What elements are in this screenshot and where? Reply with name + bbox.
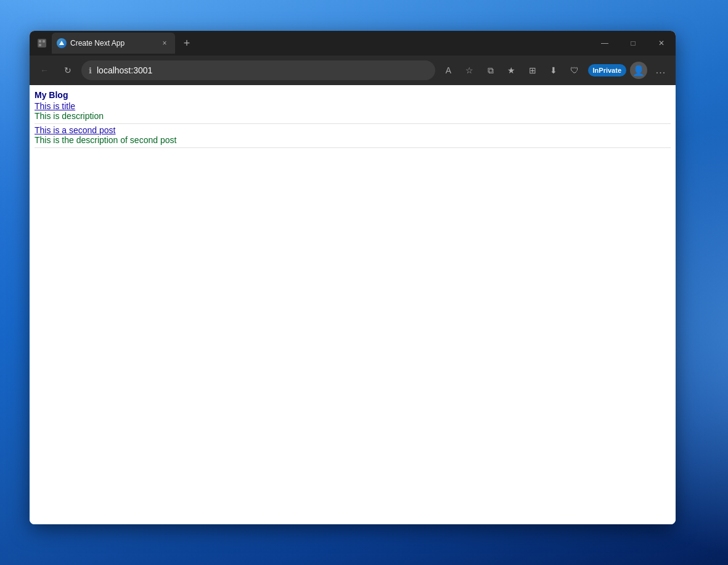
tab-favicon-icon [57, 38, 67, 48]
inprivate-badge[interactable]: InPrivate [588, 64, 626, 76]
downloads-icon[interactable]: ⬇ [544, 60, 563, 80]
address-bar: ← ↻ ℹ localhost:3001 A ☆ ⧉ ★ ⊞ ⬇ 🛡 InPri… [30, 56, 676, 85]
profile-avatar[interactable]: 👤 [630, 62, 647, 79]
toolbar-icons: A ☆ ⧉ ★ ⊞ ⬇ 🛡 [439, 60, 584, 80]
window-controls: — □ ✕ [591, 31, 676, 56]
close-button[interactable]: ✕ [647, 31, 676, 56]
favorites-icon[interactable]: ☆ [460, 60, 480, 80]
collections-icon[interactable]: ★ [502, 60, 521, 80]
post-item-2: This is a second post This is the descri… [35, 125, 671, 148]
new-tab-button[interactable]: + [178, 34, 196, 52]
browser-window: Create Next App × + — □ ✕ ← ↻ ℹ localhos… [30, 31, 676, 524]
title-bar: Create Next App × + — □ ✕ [30, 31, 676, 56]
post-title-1[interactable]: This is title [35, 101, 671, 111]
read-aloud-icon[interactable]: A [439, 60, 459, 80]
browser-essentials-icon[interactable]: 🛡 [565, 60, 584, 80]
svg-rect-3 [39, 44, 41, 46]
post-title-2[interactable]: This is a second post [35, 125, 671, 135]
page-heading: My Blog [35, 90, 671, 100]
tab-group-icon[interactable] [35, 36, 49, 51]
svg-rect-2 [43, 40, 45, 43]
post-item-1: This is title This is description [35, 101, 671, 124]
tab-title: Create Next App [70, 39, 155, 47]
tab-close-button[interactable]: × [159, 38, 170, 49]
post-description-2: This is the description of second post [35, 135, 671, 145]
svg-rect-1 [39, 40, 41, 43]
page-content: My Blog This is title This is descriptio… [30, 85, 676, 524]
maximize-button[interactable]: □ [619, 31, 647, 56]
address-input-wrapper[interactable]: ℹ localhost:3001 [81, 60, 435, 80]
split-screen-icon[interactable]: ⧉ [481, 60, 501, 80]
svg-rect-0 [38, 39, 46, 47]
workspaces-icon[interactable]: ⊞ [523, 60, 542, 80]
security-info-icon[interactable]: ℹ [89, 66, 92, 75]
browser-menu-button[interactable]: ... [651, 60, 671, 80]
address-url: localhost:3001 [97, 65, 428, 75]
back-button[interactable]: ← [35, 60, 54, 80]
refresh-button[interactable]: ↻ [58, 60, 78, 80]
post-description-1: This is description [35, 111, 671, 121]
minimize-button[interactable]: — [591, 31, 619, 56]
tab-area: Create Next App × + [30, 31, 591, 56]
browser-tab[interactable]: Create Next App × [52, 33, 175, 54]
svg-marker-4 [59, 41, 64, 45]
